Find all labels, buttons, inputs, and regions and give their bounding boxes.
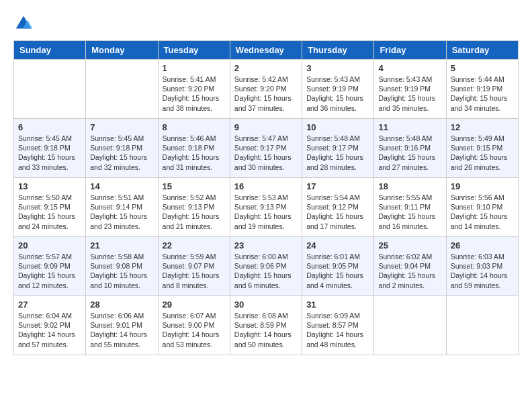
calendar-cell: 28Sunrise: 6:06 AM Sunset: 9:01 PM Dayli… xyxy=(86,296,158,355)
calendar-cell: 15Sunrise: 5:52 AM Sunset: 9:13 PM Dayli… xyxy=(158,178,230,237)
day-number: 29 xyxy=(163,300,226,310)
calendar-cell: 16Sunrise: 5:53 AM Sunset: 9:13 PM Dayli… xyxy=(230,178,302,237)
calendar-cell: 7Sunrise: 5:45 AM Sunset: 9:18 PM Daylig… xyxy=(86,119,158,178)
page-header xyxy=(13,13,519,34)
day-number: 4 xyxy=(378,63,441,73)
day-number: 25 xyxy=(378,240,441,250)
day-number: 17 xyxy=(306,181,369,191)
calendar-cell: 31Sunrise: 6:09 AM Sunset: 8:57 PM Dayli… xyxy=(302,296,374,355)
calendar-row: 13Sunrise: 5:50 AM Sunset: 9:15 PM Dayli… xyxy=(14,178,519,237)
day-number: 24 xyxy=(306,240,369,250)
weekday-header: Tuesday xyxy=(158,41,230,60)
cell-content: Sunrise: 6:04 AM Sunset: 9:02 PM Dayligh… xyxy=(18,311,81,349)
calendar-cell: 14Sunrise: 5:51 AM Sunset: 9:14 PM Dayli… xyxy=(86,178,158,237)
day-number: 10 xyxy=(306,122,369,132)
logo-icon xyxy=(13,13,34,34)
weekday-header-row: SundayMondayTuesdayWednesdayThursdayFrid… xyxy=(14,41,519,60)
day-number: 12 xyxy=(451,122,514,132)
cell-content: Sunrise: 5:45 AM Sunset: 9:18 PM Dayligh… xyxy=(90,134,153,172)
calendar-cell: 6Sunrise: 5:45 AM Sunset: 9:18 PM Daylig… xyxy=(14,119,86,178)
day-number: 16 xyxy=(234,181,298,191)
day-number: 2 xyxy=(234,63,298,73)
day-number: 9 xyxy=(234,122,298,132)
calendar-cell: 10Sunrise: 5:48 AM Sunset: 9:17 PM Dayli… xyxy=(302,119,374,178)
calendar-cell: 9Sunrise: 5:47 AM Sunset: 9:17 PM Daylig… xyxy=(230,119,302,178)
calendar-cell: 21Sunrise: 5:58 AM Sunset: 9:08 PM Dayli… xyxy=(86,237,158,296)
calendar-cell xyxy=(374,296,446,355)
cell-content: Sunrise: 5:57 AM Sunset: 9:09 PM Dayligh… xyxy=(18,252,81,290)
calendar-row: 1Sunrise: 5:41 AM Sunset: 9:20 PM Daylig… xyxy=(14,60,519,119)
cell-content: Sunrise: 5:44 AM Sunset: 9:19 PM Dayligh… xyxy=(451,75,514,113)
day-number: 8 xyxy=(163,122,226,132)
cell-content: Sunrise: 6:06 AM Sunset: 9:01 PM Dayligh… xyxy=(90,311,153,349)
calendar-cell: 11Sunrise: 5:48 AM Sunset: 9:16 PM Dayli… xyxy=(374,119,446,178)
calendar-cell: 8Sunrise: 5:46 AM Sunset: 9:18 PM Daylig… xyxy=(158,119,230,178)
calendar-cell: 23Sunrise: 6:00 AM Sunset: 9:06 PM Dayli… xyxy=(230,237,302,296)
calendar-row: 20Sunrise: 5:57 AM Sunset: 9:09 PM Dayli… xyxy=(14,237,519,296)
cell-content: Sunrise: 6:03 AM Sunset: 9:03 PM Dayligh… xyxy=(451,252,514,290)
cell-content: Sunrise: 5:43 AM Sunset: 9:19 PM Dayligh… xyxy=(306,75,369,113)
calendar-cell xyxy=(446,296,518,355)
calendar-cell: 26Sunrise: 6:03 AM Sunset: 9:03 PM Dayli… xyxy=(446,237,518,296)
day-number: 1 xyxy=(163,63,226,73)
cell-content: Sunrise: 5:55 AM Sunset: 9:11 PM Dayligh… xyxy=(378,193,441,231)
calendar-cell: 27Sunrise: 6:04 AM Sunset: 9:02 PM Dayli… xyxy=(14,296,86,355)
weekday-header: Thursday xyxy=(302,41,374,60)
calendar-cell: 22Sunrise: 5:59 AM Sunset: 9:07 PM Dayli… xyxy=(158,237,230,296)
calendar-cell: 19Sunrise: 5:56 AM Sunset: 9:10 PM Dayli… xyxy=(446,178,518,237)
logo xyxy=(13,13,36,34)
cell-content: Sunrise: 5:48 AM Sunset: 9:17 PM Dayligh… xyxy=(306,134,369,172)
cell-content: Sunrise: 5:43 AM Sunset: 9:19 PM Dayligh… xyxy=(378,75,441,113)
cell-content: Sunrise: 6:00 AM Sunset: 9:06 PM Dayligh… xyxy=(234,252,298,290)
cell-content: Sunrise: 6:02 AM Sunset: 9:04 PM Dayligh… xyxy=(378,252,441,290)
weekday-header: Friday xyxy=(374,41,446,60)
day-number: 3 xyxy=(306,63,369,73)
calendar-cell: 13Sunrise: 5:50 AM Sunset: 9:15 PM Dayli… xyxy=(14,178,86,237)
calendar-cell: 12Sunrise: 5:49 AM Sunset: 9:15 PM Dayli… xyxy=(446,119,518,178)
calendar-cell: 5Sunrise: 5:44 AM Sunset: 9:19 PM Daylig… xyxy=(446,60,518,119)
calendar-cell xyxy=(14,60,86,119)
weekday-header: Saturday xyxy=(446,41,518,60)
calendar-cell: 18Sunrise: 5:55 AM Sunset: 9:11 PM Dayli… xyxy=(374,178,446,237)
cell-content: Sunrise: 5:54 AM Sunset: 9:12 PM Dayligh… xyxy=(306,193,369,231)
cell-content: Sunrise: 5:46 AM Sunset: 9:18 PM Dayligh… xyxy=(163,134,226,172)
cell-content: Sunrise: 5:41 AM Sunset: 9:20 PM Dayligh… xyxy=(163,75,226,113)
day-number: 5 xyxy=(451,63,514,73)
cell-content: Sunrise: 5:48 AM Sunset: 9:16 PM Dayligh… xyxy=(378,134,441,172)
calendar-cell: 2Sunrise: 5:42 AM Sunset: 9:20 PM Daylig… xyxy=(230,60,302,119)
weekday-header: Wednesday xyxy=(230,41,302,60)
calendar-cell: 30Sunrise: 6:08 AM Sunset: 8:59 PM Dayli… xyxy=(230,296,302,355)
calendar-cell: 1Sunrise: 5:41 AM Sunset: 9:20 PM Daylig… xyxy=(158,60,230,119)
day-number: 18 xyxy=(378,181,441,191)
cell-content: Sunrise: 6:01 AM Sunset: 9:05 PM Dayligh… xyxy=(306,252,369,290)
calendar-cell: 4Sunrise: 5:43 AM Sunset: 9:19 PM Daylig… xyxy=(374,60,446,119)
day-number: 31 xyxy=(306,300,369,310)
cell-content: Sunrise: 5:42 AM Sunset: 9:20 PM Dayligh… xyxy=(234,75,298,113)
day-number: 23 xyxy=(234,240,298,250)
weekday-header: Monday xyxy=(86,41,158,60)
calendar-table: SundayMondayTuesdayWednesdayThursdayFrid… xyxy=(13,40,519,355)
cell-content: Sunrise: 5:45 AM Sunset: 9:18 PM Dayligh… xyxy=(18,134,81,172)
day-number: 19 xyxy=(451,181,514,191)
calendar-cell: 29Sunrise: 6:07 AM Sunset: 9:00 PM Dayli… xyxy=(158,296,230,355)
cell-content: Sunrise: 5:47 AM Sunset: 9:17 PM Dayligh… xyxy=(234,134,298,172)
calendar-cell: 3Sunrise: 5:43 AM Sunset: 9:19 PM Daylig… xyxy=(302,60,374,119)
day-number: 20 xyxy=(18,240,81,250)
calendar-cell: 25Sunrise: 6:02 AM Sunset: 9:04 PM Dayli… xyxy=(374,237,446,296)
calendar-row: 27Sunrise: 6:04 AM Sunset: 9:02 PM Dayli… xyxy=(14,296,519,355)
weekday-header: Sunday xyxy=(14,41,86,60)
cell-content: Sunrise: 5:56 AM Sunset: 9:10 PM Dayligh… xyxy=(451,193,514,231)
calendar-cell: 20Sunrise: 5:57 AM Sunset: 9:09 PM Dayli… xyxy=(14,237,86,296)
day-number: 15 xyxy=(163,181,226,191)
day-number: 21 xyxy=(90,240,153,250)
cell-content: Sunrise: 5:49 AM Sunset: 9:15 PM Dayligh… xyxy=(451,134,514,172)
cell-content: Sunrise: 5:50 AM Sunset: 9:15 PM Dayligh… xyxy=(18,193,81,231)
cell-content: Sunrise: 6:09 AM Sunset: 8:57 PM Dayligh… xyxy=(306,311,369,349)
cell-content: Sunrise: 6:08 AM Sunset: 8:59 PM Dayligh… xyxy=(234,311,298,349)
day-number: 27 xyxy=(18,300,81,310)
day-number: 7 xyxy=(90,122,153,132)
day-number: 14 xyxy=(90,181,153,191)
calendar-cell: 17Sunrise: 5:54 AM Sunset: 9:12 PM Dayli… xyxy=(302,178,374,237)
day-number: 26 xyxy=(451,240,514,250)
day-number: 11 xyxy=(378,122,441,132)
